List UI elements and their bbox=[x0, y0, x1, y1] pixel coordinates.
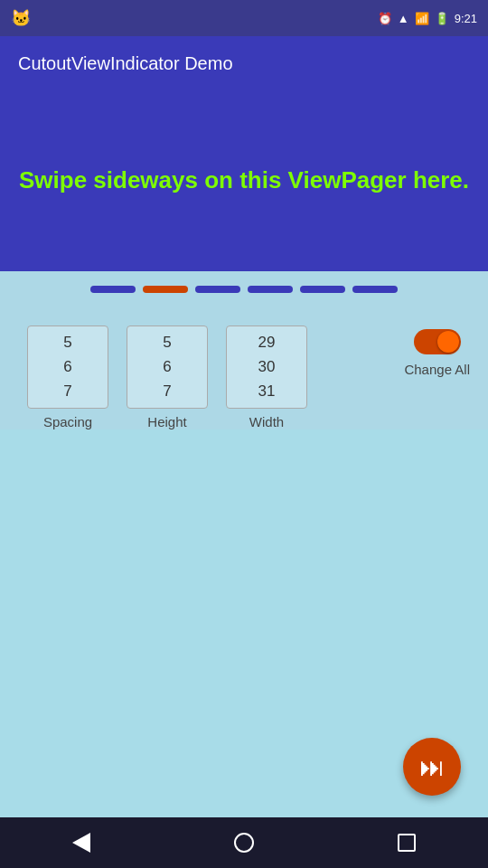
app-bar: CutoutViewIndicator Demo bbox=[0, 36, 488, 90]
width-value-0: 29 bbox=[258, 330, 276, 354]
status-bar: 🐱 ⏰ ▲ 📶 🔋 9:21 bbox=[0, 0, 488, 36]
home-icon bbox=[234, 833, 254, 853]
height-value-0: 5 bbox=[163, 330, 171, 354]
change-all-label: Change All bbox=[404, 362, 470, 377]
recents-icon bbox=[398, 834, 416, 852]
cat-icon: 🐱 bbox=[11, 8, 31, 28]
toggle-thumb bbox=[437, 331, 459, 353]
toggle-section: Change All bbox=[404, 326, 470, 377]
height-column: 5 6 7 Height bbox=[117, 326, 217, 429]
spacing-value-2: 7 bbox=[63, 379, 71, 403]
back-icon bbox=[72, 833, 90, 853]
page-indicator-4[interactable] bbox=[300, 286, 345, 293]
viewpager-area[interactable]: Swipe sideways on this ViewPager here. bbox=[0, 90, 488, 271]
status-bar-right: ⏰ ▲ 📶 🔋 9:21 bbox=[378, 12, 477, 25]
page-indicator-1[interactable] bbox=[143, 286, 188, 293]
home-button[interactable] bbox=[226, 825, 262, 861]
page-indicator-5[interactable] bbox=[352, 286, 398, 293]
fab-button[interactable]: ⏭ bbox=[403, 738, 461, 796]
page-indicators bbox=[0, 271, 488, 307]
spacing-label: Spacing bbox=[43, 414, 92, 429]
status-bar-left: 🐱 bbox=[11, 8, 31, 28]
recents-button[interactable] bbox=[389, 825, 425, 861]
wifi-icon: ▲ bbox=[398, 12, 409, 25]
page-indicator-0[interactable] bbox=[90, 286, 136, 293]
width-column: 29 30 31 Width bbox=[217, 326, 316, 429]
width-value-1: 30 bbox=[258, 354, 276, 379]
time-display: 9:21 bbox=[455, 12, 477, 25]
height-value-1: 6 bbox=[163, 354, 171, 379]
height-label: Height bbox=[147, 414, 186, 429]
page-indicator-2[interactable] bbox=[195, 286, 240, 293]
spacing-value-0: 5 bbox=[63, 330, 71, 354]
viewpager-text: Swipe sideways on this ViewPager here. bbox=[1, 165, 487, 196]
bottom-nav bbox=[0, 817, 488, 868]
alarm-icon: ⏰ bbox=[378, 12, 392, 25]
signal-icon: 📶 bbox=[415, 12, 429, 25]
height-spinner[interactable]: 5 6 7 bbox=[127, 326, 208, 409]
back-button[interactable] bbox=[63, 825, 99, 861]
change-all-toggle[interactable] bbox=[414, 329, 461, 354]
width-spinner[interactable]: 29 30 31 bbox=[226, 326, 307, 409]
spacing-column: 5 6 7 Spacing bbox=[18, 326, 117, 429]
width-value-2: 31 bbox=[258, 379, 276, 403]
spacing-value-1: 6 bbox=[63, 354, 71, 379]
battery-icon: 🔋 bbox=[435, 12, 449, 25]
width-label: Width bbox=[249, 414, 284, 429]
app-bar-title: CutoutViewIndicator Demo bbox=[18, 53, 233, 74]
fab-icon: ⏭ bbox=[419, 752, 445, 782]
spacing-spinner[interactable]: 5 6 7 bbox=[27, 326, 108, 409]
height-value-2: 7 bbox=[163, 379, 171, 403]
controls-area: 5 6 7 Spacing 5 6 7 Height 29 30 31 Widt… bbox=[0, 307, 488, 429]
page-indicator-3[interactable] bbox=[248, 286, 293, 293]
